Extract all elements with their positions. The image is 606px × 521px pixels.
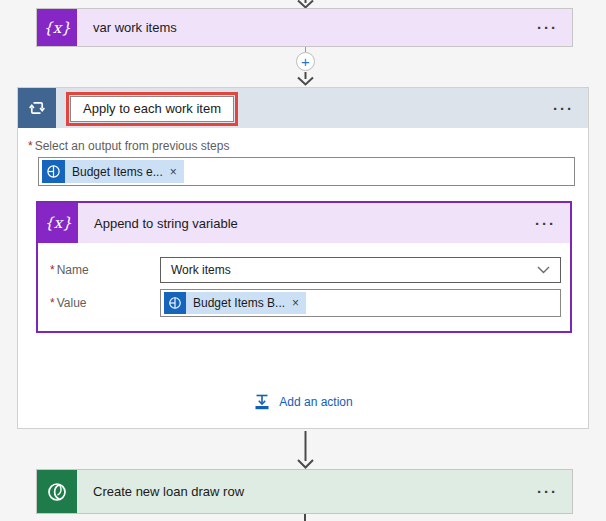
apply-to-each-header[interactable]: Apply to each work item ···	[18, 88, 588, 128]
dynamic-content-icon	[164, 292, 186, 314]
add-an-action-button[interactable]: Add an action	[18, 393, 588, 411]
apply-to-each-scope: Apply to each work item ··· *Select an o…	[17, 87, 589, 429]
arrow-down-icon	[296, 72, 315, 87]
required-marker: *	[28, 139, 33, 153]
close-icon[interactable]: ×	[170, 165, 177, 179]
required-marker: *	[50, 263, 55, 277]
insert-step-button[interactable]: +	[296, 52, 315, 71]
action-title: Append to string variable	[78, 203, 535, 243]
menu-ellipsis-button[interactable]: ···	[537, 9, 572, 46]
connector-line	[304, 514, 306, 521]
action-title: var work items	[77, 9, 537, 46]
apply-to-each-title-input[interactable]: Apply to each work item	[70, 96, 234, 122]
variable-icon: {x}	[38, 203, 78, 243]
menu-ellipsis-button[interactable]: ···	[553, 88, 588, 128]
dataverse-icon	[37, 470, 77, 513]
close-icon[interactable]: ×	[292, 296, 299, 310]
select-output-label: *Select an output from previous steps	[28, 139, 588, 153]
value-field-row: *Value Budget	[50, 289, 570, 317]
highlight-annotation: Apply to each work item	[66, 92, 238, 126]
add-action-icon	[253, 393, 271, 411]
action-title: Create new loan draw row	[77, 470, 537, 513]
name-dropdown[interactable]: Work items	[160, 257, 561, 283]
append-card-header[interactable]: {x} Append to string variable ···	[38, 203, 570, 243]
loop-icon	[18, 88, 56, 128]
menu-ellipsis-button[interactable]: ···	[535, 203, 570, 243]
required-marker: *	[50, 296, 55, 310]
value-input[interactable]: Budget Items B... ×	[160, 289, 561, 317]
menu-ellipsis-button[interactable]: ···	[537, 470, 572, 513]
action-card-var-work-items[interactable]: {x} var work items ···	[36, 8, 573, 47]
name-label: *Name	[50, 263, 160, 277]
flow-designer-canvas: {x} var work items ··· + Apply to	[0, 0, 606, 521]
value-label: *Value	[50, 296, 160, 310]
arrow-down-icon	[296, 431, 315, 469]
name-dropdown-value: Work items	[171, 263, 231, 277]
dynamic-content-token[interactable]: Budget Items B... ×	[164, 292, 306, 314]
token-text: Budget Items B...	[193, 296, 285, 310]
select-output-input[interactable]: Budget Items e... ×	[38, 157, 575, 186]
action-card-append-to-string: {x} Append to string variable ··· *Name …	[36, 201, 572, 333]
chevron-down-icon	[537, 266, 550, 274]
variable-icon: {x}	[37, 9, 77, 46]
action-card-create-loan-draw-row[interactable]: Create new loan draw row ···	[36, 469, 573, 514]
plus-icon: +	[301, 54, 310, 69]
dynamic-content-icon	[42, 160, 65, 183]
dynamic-content-token[interactable]: Budget Items e... ×	[42, 160, 184, 183]
token-text: Budget Items e...	[72, 165, 163, 179]
name-field-row: *Name Work items	[50, 257, 570, 283]
